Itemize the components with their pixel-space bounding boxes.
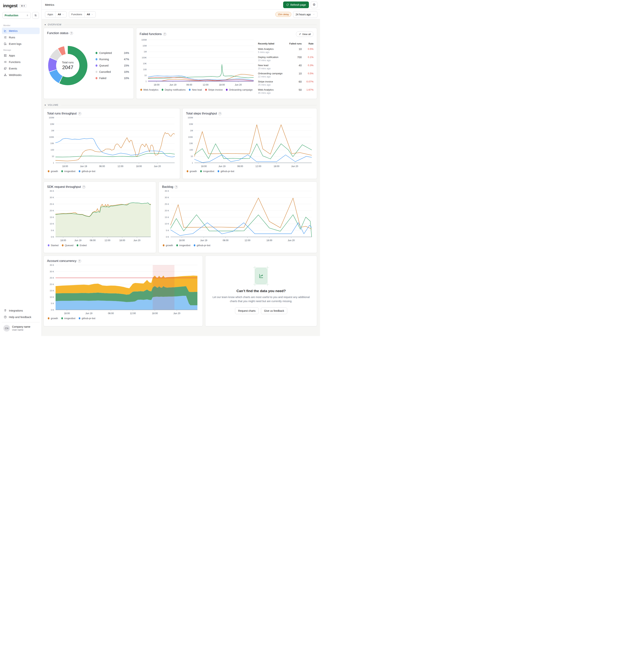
legend-item[interactable]: Web Analytics: [140, 88, 158, 91]
overview-section-title: OVERVIEW: [48, 23, 61, 26]
collapse-overview-icon[interactable]: ▼: [44, 24, 46, 26]
legend-item[interactable]: Queued: [62, 244, 73, 247]
svg-text:18:00: 18:00: [60, 239, 66, 242]
sidebar-item-integrations[interactable]: Integrations: [2, 307, 40, 314]
help-icon[interactable]: ?: [70, 32, 73, 35]
backlog-title: Backlog: [162, 185, 173, 189]
company-name: Company name: [12, 325, 30, 328]
account-concurrency-chart[interactable]: 0 K5 K10 K15 K20 K25 K30 K35 K18:00Jun 1…: [47, 263, 199, 315]
svg-text:18:00: 18:00: [64, 312, 70, 315]
svg-text:1M: 1M: [144, 51, 147, 53]
legend-item[interactable]: growth: [163, 244, 173, 247]
account-menu[interactable]: CN Company name User name: [2, 322, 40, 334]
donut-center-label: Total runs: [62, 61, 74, 64]
apps-filter[interactable]: Apps All: [45, 11, 67, 18]
gear-icon: ⚙: [312, 3, 315, 7]
help-icon[interactable]: ?: [82, 185, 85, 188]
legend-item-running[interactable]: Running47%: [96, 56, 129, 62]
table-row[interactable]: Deploy notification10 mins ago 7000.1%: [258, 55, 314, 63]
help-icon[interactable]: ?: [163, 33, 166, 36]
svg-text:35 K: 35 K: [49, 264, 54, 266]
col-recently-failed: Recently failed: [258, 42, 287, 45]
request-charts-button[interactable]: Request charts: [235, 308, 259, 314]
legend-item-cancelled[interactable]: Cancelled10%: [96, 69, 129, 75]
topbar: Metrics Refresh page ⚙: [42, 0, 320, 10]
legend-item-queued[interactable]: Queued15%: [96, 62, 129, 69]
sidebar-item-metrics[interactable]: Metrics: [2, 28, 40, 34]
inngest-logo: inngest: [3, 3, 17, 8]
legend-item[interactable]: growth: [187, 170, 197, 173]
legend-item[interactable]: inngestbot: [61, 317, 75, 320]
help-icon[interactable]: ?: [175, 185, 178, 188]
help-icon[interactable]: ?: [78, 259, 81, 263]
legend-item[interactable]: inngestbot: [176, 244, 190, 247]
failed-functions-chart[interactable]: 11010010K100K1M10M100M18:00Jun 1906:0012…: [140, 38, 256, 87]
legend-item[interactable]: growth: [48, 170, 58, 173]
table-row[interactable]: Web Analytics5 mins ago 100.5%: [258, 46, 314, 55]
svg-text:100: 100: [143, 68, 147, 71]
legend-item[interactable]: New lead: [189, 88, 202, 91]
svg-text:Jun 19: Jun 19: [74, 239, 82, 242]
legend-item-completed[interactable]: Completed24%: [96, 50, 129, 56]
table-row[interactable]: Onboarding campaign22 mins ago 100.5%: [258, 71, 314, 79]
legend-item[interactable]: Stripe invoice: [205, 88, 222, 91]
environment-filter-button[interactable]: [32, 12, 39, 19]
legend-item[interactable]: inngestbot: [200, 170, 214, 173]
total-runs-chart[interactable]: 11010010K100K1M10M100M18:00Jun 1906:0012…: [47, 115, 176, 168]
failed-functions-chart-legend: Web AnalyticsDeploy notificationsNew lea…: [140, 88, 256, 91]
functions-filter[interactable]: Functions All: [69, 11, 96, 18]
backlog-chart[interactable]: 0 K5 K10 K15 K20 K25 K30 K35 K18:00Jun 1…: [162, 189, 314, 242]
sidebar-item-event-logs[interactable]: Event logs: [2, 41, 40, 47]
legend-item[interactable]: github-pr-bot: [194, 244, 210, 247]
svg-text:10 K: 10 K: [49, 296, 54, 298]
metrics-icon: [4, 29, 7, 32]
environment-select[interactable]: Production: [3, 12, 31, 19]
sidebar-item-apps[interactable]: Apps: [2, 52, 40, 59]
table-row[interactable]: Web Analytics35 mins ago 501.67%: [258, 87, 314, 96]
legend-item-failed[interactable]: Failed10%: [96, 75, 129, 81]
refresh-page-button[interactable]: Refresh page: [283, 1, 309, 8]
sidebar-item-label: Event logs: [9, 42, 21, 45]
sidebar-item-events[interactable]: Events: [2, 65, 40, 72]
sidebar-item-help-feedback[interactable]: Help and feedback: [2, 314, 40, 320]
help-icon[interactable]: ?: [218, 112, 221, 115]
function-status-donut[interactable]: Total runs 2047: [48, 46, 87, 85]
legend-item[interactable]: github-pr-bot: [79, 170, 96, 173]
time-range-select[interactable]: 24 hours ago: [293, 11, 317, 18]
svg-text:20 K: 20 K: [49, 210, 54, 212]
chart-request-illustration: [255, 268, 267, 284]
legend-item[interactable]: Deploy notifications: [162, 88, 186, 91]
legend-item[interactable]: inngestbot: [61, 170, 75, 173]
settings-button[interactable]: ⚙: [311, 1, 317, 8]
svg-text:Jun 20: Jun 20: [173, 312, 180, 315]
collapse-volume-icon[interactable]: ▼: [44, 104, 46, 106]
sidebar-item-functions[interactable]: Functions: [2, 59, 40, 65]
view-all-button[interactable]: ↗ View all: [296, 31, 314, 37]
give-feedback-button[interactable]: Give us feedback: [261, 308, 287, 314]
legend-item[interactable]: github-pr-bot: [79, 317, 96, 320]
svg-text:100K: 100K: [49, 136, 54, 138]
help-icon[interactable]: ?: [78, 112, 81, 115]
legend-item[interactable]: Ended: [77, 244, 87, 247]
command-k-shortcut[interactable]: ⌘ K: [19, 4, 27, 8]
sidebar-item-runs[interactable]: Runs: [2, 34, 40, 41]
filter-bar: Apps All Functions All 15m delay: [42, 10, 320, 19]
table-row[interactable]: Stripe invoice25 mins ago 600.07%: [258, 79, 314, 87]
functions-filter-value: All: [87, 13, 90, 16]
sidebar-nav: Monitor Metrics Runs Event logs Manage A…: [0, 20, 42, 78]
table-row[interactable]: New lead20 mins ago 400.3%: [258, 63, 314, 71]
legend-item[interactable]: Started: [48, 244, 59, 247]
sdk-request-chart[interactable]: 0 K5 K10 K15 K20 K25 K30 K35 K18:00Jun 1…: [47, 189, 152, 242]
svg-text:5 K: 5 K: [51, 229, 54, 231]
legend-item[interactable]: Onboarding campaign: [226, 88, 252, 91]
legend-item[interactable]: github-pr-bot: [218, 170, 234, 173]
svg-text:15 K: 15 K: [165, 216, 169, 218]
overview-section-header: ▼ OVERVIEW: [44, 21, 317, 28]
sidebar-item-webhooks[interactable]: Webhooks: [2, 72, 40, 78]
legend-item[interactable]: growth: [48, 317, 58, 320]
functions-icon: [4, 60, 7, 63]
sidebar-item-label: Runs: [9, 36, 15, 39]
external-link-icon: ↗: [299, 33, 301, 35]
total-steps-chart[interactable]: 11010010K100K1M10M100M18:00Jun 1906:0012…: [186, 115, 314, 168]
svg-text:30 K: 30 K: [49, 270, 54, 273]
